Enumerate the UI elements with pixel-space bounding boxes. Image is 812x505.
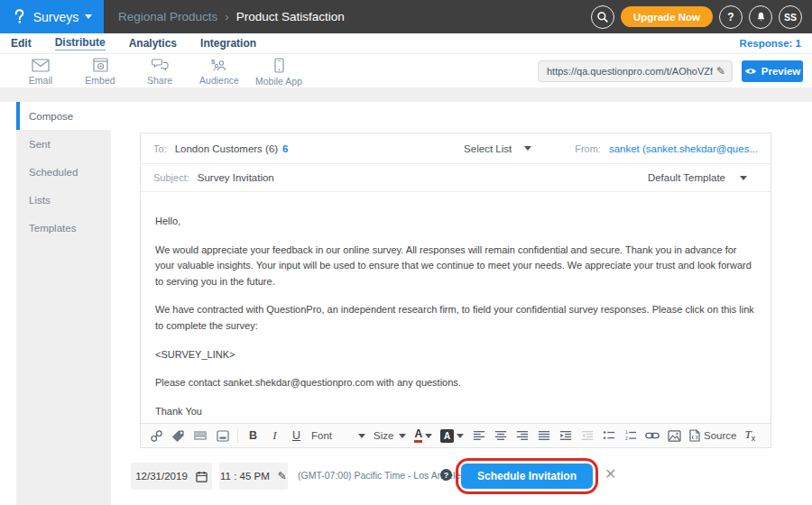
notifications-button[interactable] bbox=[749, 5, 772, 29]
body-paragraph: We have contracted with QuestionPro, an … bbox=[155, 302, 756, 334]
tab-integration[interactable]: Integration bbox=[200, 37, 256, 50]
from-label: From: bbox=[575, 143, 601, 154]
body-paragraph: Hello, bbox=[155, 214, 756, 230]
numbered-list-icon[interactable]: 12 bbox=[623, 427, 637, 445]
insert-image-icon[interactable] bbox=[668, 427, 681, 445]
preview-button[interactable]: Preview bbox=[742, 60, 803, 82]
source-doc-icon bbox=[689, 429, 700, 442]
survey-url-field: ✎ bbox=[538, 60, 733, 82]
calendar-icon bbox=[196, 471, 208, 482]
insert-link-rings-icon[interactable] bbox=[150, 427, 163, 445]
background-color-button[interactable]: A bbox=[440, 429, 464, 443]
text-color-button[interactable]: A bbox=[414, 428, 432, 443]
sidebar-item-templates[interactable]: Templates bbox=[16, 214, 111, 242]
chevron-down-icon bbox=[85, 14, 92, 19]
sidebar-item-sent[interactable]: Sent bbox=[16, 130, 111, 158]
edit-url-pencil-icon[interactable]: ✎ bbox=[716, 65, 732, 78]
editor-toolbar: B I U Font Size A A bbox=[141, 423, 770, 447]
sidebar-item-scheduled[interactable]: Scheduled bbox=[16, 158, 111, 186]
breadcrumb: Regional Products › Product Satisfaction bbox=[118, 10, 345, 23]
bold-button[interactable]: B bbox=[246, 427, 260, 445]
source-button[interactable]: Source bbox=[689, 429, 736, 442]
channel-label: Audience bbox=[199, 75, 239, 86]
channel-label: Mobile App bbox=[255, 76, 302, 87]
date-picker[interactable]: 12/31/2019 bbox=[131, 463, 212, 490]
to-value[interactable]: London Customers (6) bbox=[175, 143, 278, 154]
upgrade-now-button[interactable]: Upgrade Now bbox=[621, 6, 713, 27]
font-dropdown-label: Font bbox=[311, 430, 332, 441]
surveys-menu-label: Surveys bbox=[33, 10, 79, 24]
breadcrumb-separator: › bbox=[225, 10, 228, 23]
top-header: Surveys Regional Products › Product Sati… bbox=[0, 0, 812, 33]
search-button[interactable] bbox=[591, 5, 614, 29]
tab-distribute[interactable]: Distribute bbox=[55, 36, 106, 50]
user-avatar[interactable]: SS bbox=[779, 5, 802, 29]
close-icon[interactable]: ✕ bbox=[604, 467, 616, 482]
keyboard-icon[interactable] bbox=[193, 427, 208, 445]
subject-value[interactable]: Survey Invitation bbox=[198, 172, 274, 183]
select-list-label: Select List bbox=[464, 143, 512, 154]
recipient-count[interactable]: 6 bbox=[282, 143, 288, 154]
date-value: 12/31/2019 bbox=[135, 471, 188, 482]
align-justify-icon[interactable] bbox=[537, 427, 550, 445]
size-dropdown[interactable]: Size bbox=[374, 430, 406, 441]
response-count[interactable]: Response: 1 bbox=[740, 38, 801, 49]
channel-embed[interactable]: Embed bbox=[70, 58, 130, 86]
channel-mobile-app[interactable]: Mobile App bbox=[249, 58, 309, 87]
tab-edit[interactable]: Edit bbox=[11, 37, 32, 50]
align-left-icon[interactable] bbox=[472, 427, 485, 445]
hyperlink-chain-icon[interactable] bbox=[645, 427, 660, 445]
from-value[interactable]: sanket (sanket.shekdar@ques... bbox=[609, 143, 758, 154]
survey-nav: Edit Distribute Analytics Integration Re… bbox=[0, 33, 812, 54]
tab-analytics[interactable]: Analytics bbox=[129, 37, 177, 50]
remove-format-button[interactable]: Tx bbox=[744, 427, 755, 443]
surveys-menu[interactable]: Surveys bbox=[0, 0, 104, 33]
underline-button[interactable]: U bbox=[290, 427, 303, 445]
indent-icon[interactable] bbox=[558, 427, 572, 445]
survey-url-input[interactable] bbox=[539, 66, 716, 77]
share-icon bbox=[152, 58, 169, 72]
from-group: From: sanket (sanket.shekdar@ques... bbox=[575, 143, 758, 154]
body-paragraph: Thank You bbox=[155, 404, 756, 420]
sidebar-item-lists[interactable]: Lists bbox=[16, 186, 111, 214]
header-actions: Upgrade Now ? SS bbox=[591, 5, 812, 29]
highlight-ring: Schedule Invitation bbox=[456, 458, 598, 494]
breadcrumb-folder[interactable]: Regional Products bbox=[118, 10, 217, 23]
outdent-icon-disabled[interactable] bbox=[580, 427, 594, 445]
template-dropdown[interactable]: Default Template bbox=[648, 172, 747, 183]
align-right-icon[interactable] bbox=[515, 427, 529, 445]
to-label: To: bbox=[153, 143, 167, 154]
channel-email[interactable]: Email bbox=[11, 59, 70, 86]
sidebar-item-compose[interactable]: Compose bbox=[16, 102, 111, 130]
chevron-down-icon bbox=[740, 176, 747, 180]
edit-time-pencil-icon: ✎ bbox=[278, 470, 287, 482]
email-body-editor[interactable]: Hello, We would appreciate your feedback… bbox=[141, 192, 770, 423]
section-divider bbox=[0, 87, 812, 102]
tag-icon[interactable] bbox=[171, 427, 185, 445]
email-icon bbox=[32, 59, 50, 72]
bulleted-list-icon[interactable] bbox=[602, 427, 615, 445]
select-list-dropdown[interactable]: Select List bbox=[464, 143, 531, 154]
timezone-help-badge[interactable]: ? bbox=[440, 469, 452, 481]
questionpro-logo-icon bbox=[12, 8, 27, 25]
chevron-down-icon bbox=[399, 434, 406, 438]
align-center-icon[interactable] bbox=[494, 427, 507, 445]
font-dropdown[interactable]: Font bbox=[311, 430, 365, 441]
preview-label: Preview bbox=[761, 66, 800, 77]
schedule-invitation-button[interactable]: Schedule Invitation bbox=[461, 464, 593, 489]
time-picker[interactable]: 11 : 45 PM ✎ bbox=[219, 463, 288, 490]
body-paragraph: We would appreciate your feedback in our… bbox=[155, 243, 756, 290]
chevron-down-icon bbox=[358, 434, 365, 438]
channel-label: Email bbox=[29, 75, 52, 86]
channel-share[interactable]: Share bbox=[130, 58, 189, 86]
help-button[interactable]: ? bbox=[719, 5, 743, 29]
body-paragraph: <SURVEY_LINK> bbox=[155, 347, 756, 363]
breadcrumb-survey-name: Product Satisfaction bbox=[236, 10, 345, 23]
button-widget-icon[interactable] bbox=[216, 427, 229, 445]
italic-button[interactable]: I bbox=[268, 427, 281, 445]
questionpro-app: Surveys Regional Products › Product Sati… bbox=[0, 0, 812, 505]
channel-audience[interactable]: $ Audience bbox=[189, 58, 249, 86]
bell-icon bbox=[755, 11, 767, 23]
chevron-down-icon bbox=[524, 146, 531, 151]
remove-format-x: x bbox=[752, 435, 756, 444]
